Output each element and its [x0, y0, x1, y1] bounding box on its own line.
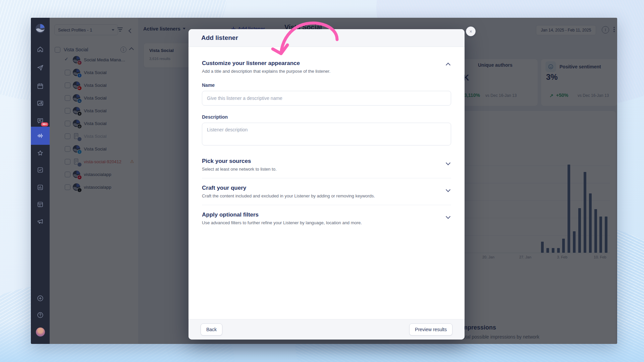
- home-icon[interactable]: [31, 42, 50, 57]
- section-title: Customize your listener appearance: [202, 60, 330, 67]
- section-description: Craft the content included and excluded …: [202, 193, 375, 198]
- modal-footer: Back Preview results: [189, 319, 465, 340]
- avatar: [36, 327, 45, 337]
- listener-description-textarea[interactable]: [202, 123, 451, 145]
- section-title: Apply optional filters: [202, 212, 362, 218]
- name-field-label: Name: [202, 82, 451, 88]
- close-icon[interactable]: ×: [466, 26, 476, 36]
- chevron-up-icon[interactable]: [446, 62, 450, 68]
- add-listener-modal: Add listener × Customize your listener a…: [189, 29, 465, 340]
- planner-icon[interactable]: [31, 197, 50, 212]
- section-optional-filters[interactable]: Apply optional filters Use advanced filt…: [202, 205, 451, 232]
- inbox-badge: 99+: [41, 122, 48, 126]
- section-description: Select at least one network to listen to…: [202, 167, 277, 172]
- user-avatar[interactable]: [31, 324, 50, 340]
- section-title: Craft your query: [202, 185, 375, 191]
- calendar-icon[interactable]: [31, 78, 50, 94]
- publish-send-icon[interactable]: [31, 60, 50, 75]
- section-craft-query[interactable]: Craft your query Craft the content inclu…: [202, 178, 451, 205]
- reviews-star-icon[interactable]: [31, 145, 50, 161]
- preview-results-button[interactable]: Preview results: [409, 323, 452, 336]
- help-icon[interactable]: [31, 307, 50, 323]
- chevron-down-icon[interactable]: [446, 187, 450, 193]
- chevron-down-icon[interactable]: [446, 160, 450, 166]
- listener-name-input[interactable]: [202, 91, 451, 106]
- section-description: Use advanced filters to further refine y…: [202, 220, 362, 225]
- modal-body: Customize your listener appearance Add a…: [189, 47, 465, 319]
- modal-title: Add listener: [201, 34, 238, 42]
- vista-social-logo-icon[interactable]: [35, 23, 45, 34]
- section-pick-sources[interactable]: Pick your sources Select at least one ne…: [202, 152, 451, 178]
- add-plus-icon[interactable]: [31, 291, 50, 306]
- chevron-down-icon[interactable]: [446, 214, 450, 220]
- reports-icon[interactable]: [31, 180, 50, 195]
- description-field-label: Description: [202, 114, 451, 120]
- section-customize-appearance[interactable]: Customize your listener appearance Add a…: [202, 60, 451, 74]
- tasks-icon[interactable]: [31, 162, 50, 178]
- media-icon[interactable]: [31, 96, 50, 111]
- inbox-icon[interactable]: 99+: [31, 113, 50, 128]
- back-button[interactable]: Back: [201, 323, 222, 336]
- icon-sidebar: 99+: [31, 18, 50, 344]
- section-description: Add a title and description that explain…: [202, 69, 330, 74]
- advocacy-megaphone-icon[interactable]: [31, 214, 50, 229]
- modal-header: Add listener: [189, 29, 465, 47]
- listening-icon[interactable]: [31, 127, 50, 145]
- section-title: Pick your sources: [202, 158, 277, 165]
- screen: { "app": { "iconbar": { "items": [ {"nam…: [0, 0, 644, 362]
